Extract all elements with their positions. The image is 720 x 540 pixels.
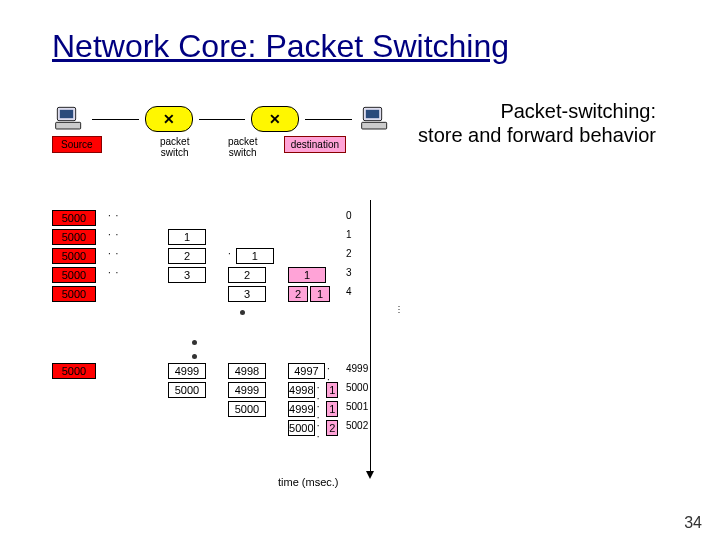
src-cell: 5000	[52, 210, 96, 226]
packet-switch-label-1: packet switch	[152, 136, 198, 158]
dst-cell: 1	[326, 401, 338, 417]
source-label: Source	[52, 136, 102, 153]
time-tick: 4999	[346, 363, 374, 374]
time-tick: 0	[346, 210, 374, 221]
src-cell: 5000	[52, 248, 96, 264]
svg-rect-5	[362, 122, 387, 129]
router-1-icon: ✕	[145, 106, 193, 132]
slide-title: Network Core: Packet Switching	[52, 28, 509, 65]
hop3-cell: 4997	[288, 363, 325, 379]
vertical-dots-icon: ···	[394, 305, 404, 314]
hop2-cell: 1	[236, 248, 274, 264]
time-tick: 5002	[346, 420, 374, 431]
time-tick: 3	[346, 267, 374, 278]
hop1-cell: 1	[168, 229, 206, 245]
timing-grid: 5000 · · 0 5000 · · 1 1 5000 · · 2 ·1 2 …	[52, 210, 452, 439]
src-cell: 5000	[52, 363, 96, 379]
dst-cell: 1	[310, 286, 330, 302]
dst-cell: 1	[288, 267, 326, 283]
time-tick: 5001	[346, 401, 374, 412]
svg-rect-4	[366, 110, 379, 118]
page-number: 34	[684, 514, 702, 532]
hop3-cell: 4999	[288, 401, 315, 417]
svg-rect-2	[56, 122, 81, 129]
subtitle-line2: store and forward behavior	[418, 124, 656, 147]
src-cell: 5000	[52, 286, 96, 302]
hop3-cell: 4998	[288, 382, 315, 398]
packet-switch-label-2: packet switch	[220, 136, 266, 158]
time-axis-arrow-icon	[366, 471, 374, 479]
hop2-cell: 2	[228, 267, 266, 283]
hop2-cell: 4998	[228, 363, 266, 379]
time-tick: 2	[346, 248, 374, 259]
hop3-cell: 5000	[288, 420, 315, 436]
destination-label: destination	[284, 136, 346, 153]
hop1-cell: 4999	[168, 363, 206, 379]
svg-rect-1	[60, 110, 73, 118]
src-cell: 5000	[52, 229, 96, 245]
destination-pc-icon	[358, 104, 392, 134]
dst-cell: 1	[326, 382, 338, 398]
router-2-icon: ✕	[251, 106, 299, 132]
time-tick: 4	[346, 286, 374, 297]
time-tick: 1	[346, 229, 374, 240]
source-pc-icon	[52, 104, 86, 134]
dst-cell: 2	[326, 420, 338, 436]
src-cell: 5000	[52, 267, 96, 283]
hop1-cell: 3	[168, 267, 206, 283]
hop1-cell: 5000	[168, 382, 206, 398]
topology-diagram: ✕ ✕ Source packet switch packet switch d…	[52, 104, 392, 158]
time-tick: 5000	[346, 382, 374, 393]
subtitle-line1: Packet-switching:	[500, 100, 656, 123]
hop2-cell: 5000	[228, 401, 266, 417]
time-axis-label: time (msec.)	[278, 476, 339, 488]
hop2-cell: 4999	[228, 382, 266, 398]
dst-cell: 2	[288, 286, 308, 302]
hop1-cell: 2	[168, 248, 206, 264]
hop2-cell: 3	[228, 286, 266, 302]
